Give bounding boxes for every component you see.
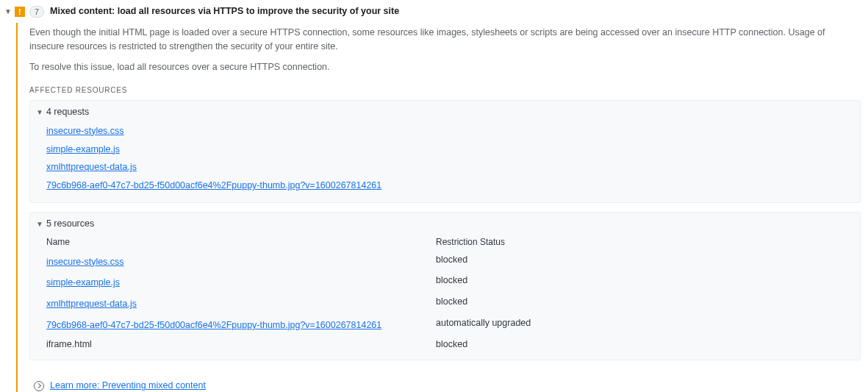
requests-group: ▼ 4 requests insecure-styles.csssimple-e… xyxy=(29,100,861,203)
chevron-down-icon: ▼ xyxy=(36,218,46,229)
issue-count-badge: 7 xyxy=(29,6,44,18)
column-header-status: Restriction Status xyxy=(436,235,854,249)
warning-icon: ! xyxy=(15,7,25,17)
table-row: 79c6b968-aef0-47c7-bd25-f50d00acf6e4%2Fp… xyxy=(46,315,854,336)
requests-group-header[interactable]: ▼ 4 requests xyxy=(36,105,854,119)
issue-body: Even though the initial HTML page is loa… xyxy=(16,23,868,392)
issue-description: Even though the initial HTML page is loa… xyxy=(29,26,860,74)
learn-more-link[interactable]: Learn more: Preventing mixed content xyxy=(50,377,206,392)
affected-resources-label: AFFECTED RESOURCES xyxy=(29,85,861,96)
request-link[interactable]: insecure-styles.css xyxy=(46,122,124,140)
table-row: simple-example.jsblocked xyxy=(46,272,854,293)
issue-title-row: ! 7 Mixed content: load all resources vi… xyxy=(15,4,861,18)
resources-table-header: Name Restriction Status xyxy=(46,234,854,252)
issue-title: Mixed content: load all resources via HT… xyxy=(50,4,399,18)
restriction-status: blocked xyxy=(436,295,854,313)
requests-list: insecure-styles.csssimple-example.jsxmlh… xyxy=(36,122,854,195)
resources-group: ▼ 5 resources Name Restriction Status in… xyxy=(29,212,861,361)
restriction-status: automatically upgraded xyxy=(436,316,854,335)
table-row: xmlhttprequest-data.jsblocked xyxy=(46,293,854,315)
resource-link[interactable]: insecure-styles.css xyxy=(46,253,124,271)
restriction-status: blocked xyxy=(436,338,854,352)
request-link[interactable]: simple-example.js xyxy=(46,140,120,159)
resources-group-heading: 5 resources xyxy=(46,217,94,231)
issue-description-p2: To resolve this issue, load all resource… xyxy=(29,60,860,74)
arrow-right-circle-icon xyxy=(34,381,44,391)
table-row: iframe.htmlblocked xyxy=(46,336,854,353)
restriction-status: blocked xyxy=(436,274,854,292)
resources-table: Name Restriction Status insecure-styles.… xyxy=(36,234,854,353)
issue-header[interactable]: ▼ ! 7 Mixed content: load all resources … xyxy=(0,0,868,23)
resource-name: iframe.html xyxy=(46,339,92,349)
request-link[interactable]: 79c6b968-aef0-47c7-bd25-f50d00acf6e4%2Fp… xyxy=(46,177,381,195)
issue-description-p1: Even though the initial HTML page is loa… xyxy=(29,26,860,54)
resource-link[interactable]: 79c6b968-aef0-47c7-bd25-f50d00acf6e4%2Fp… xyxy=(46,316,381,335)
restriction-status: blocked xyxy=(436,253,854,271)
resource-link[interactable]: xmlhttprequest-data.js xyxy=(46,295,137,313)
resource-link[interactable]: simple-example.js xyxy=(46,274,120,292)
request-link[interactable]: xmlhttprequest-data.js xyxy=(46,158,137,177)
learn-more-row: Learn more: Preventing mixed content xyxy=(29,369,861,392)
resources-group-header[interactable]: ▼ 5 resources xyxy=(36,217,854,231)
chevron-down-icon: ▼ xyxy=(36,107,46,118)
requests-group-heading: 4 requests xyxy=(46,105,89,119)
table-row: insecure-styles.cssblocked xyxy=(46,252,854,273)
column-header-name: Name xyxy=(46,235,436,249)
expand-icon[interactable]: ▼ xyxy=(3,4,15,17)
